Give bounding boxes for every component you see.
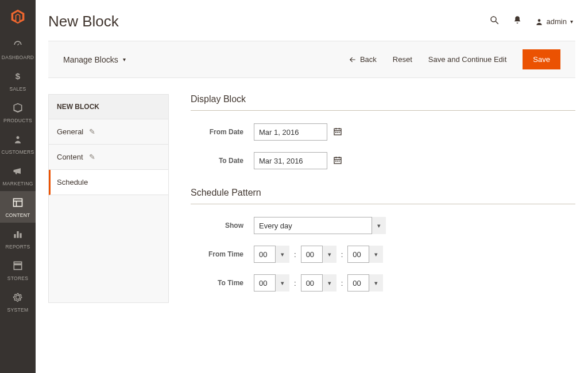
- admin-username: admin: [547, 17, 567, 26]
- svg-point-1: [17, 136, 20, 139]
- calendar-icon[interactable]: [333, 127, 342, 138]
- tab-label: General: [57, 127, 83, 136]
- sidebar-item-sales[interactable]: $ SALES: [0, 65, 36, 96]
- sidebar-item-label: DASHBOARD: [2, 55, 34, 60]
- manage-blocks-dropdown[interactable]: Manage Blocks ▾: [63, 55, 126, 64]
- sidebar-item-reports[interactable]: REPORTS: [0, 223, 36, 254]
- back-button[interactable]: Back: [349, 55, 377, 64]
- svg-point-8: [491, 17, 496, 22]
- tab-label: Schedule: [57, 178, 88, 187]
- admin-sidebar: DASHBOARD $ SALES PRODUCTS CUSTOMERS MAR…: [0, 0, 36, 373]
- gear-icon: [12, 292, 24, 305]
- dollar-icon: $: [12, 71, 24, 84]
- to-time-minute-select[interactable]: 00: [301, 274, 336, 292]
- section-schedule-pattern-title: Schedule Pattern: [191, 188, 575, 204]
- to-date-input[interactable]: [254, 152, 327, 169]
- admin-user-menu[interactable]: admin ▾: [535, 17, 573, 26]
- form-body: Display Block From Date To Date Schedule…: [191, 94, 575, 303]
- sidebar-item-label: MARKETING: [2, 181, 33, 187]
- form-tabs-panel: NEW BLOCK General ✎ Content ✎ Schedule: [48, 94, 169, 303]
- to-time-second-select[interactable]: 00: [347, 274, 383, 292]
- dashboard-icon: [12, 39, 24, 52]
- arrow-left-icon: [349, 56, 357, 64]
- sidebar-item-content[interactable]: CONTENT: [0, 191, 36, 223]
- from-time-minute-select[interactable]: 00: [301, 246, 336, 263]
- pencil-icon: ✎: [89, 127, 95, 136]
- svg-text:$: $: [16, 71, 21, 81]
- manage-blocks-label: Manage Blocks: [63, 55, 118, 64]
- tab-content[interactable]: Content ✎: [49, 145, 168, 170]
- sidebar-item-products[interactable]: PRODUCTS: [0, 96, 36, 128]
- show-select[interactable]: Every day: [254, 217, 386, 234]
- svg-rect-23: [337, 160, 338, 161]
- time-separator: :: [289, 250, 301, 259]
- tab-general[interactable]: General ✎: [49, 119, 168, 145]
- sidebar-item-customers[interactable]: CUSTOMERS: [0, 128, 36, 160]
- svg-rect-22: [335, 160, 336, 161]
- save-continue-label: Save and Continue Edit: [428, 55, 507, 64]
- sidebar-item-label: STORES: [7, 275, 29, 281]
- svg-rect-2: [14, 199, 22, 206]
- tab-label: Content: [57, 153, 83, 161]
- page-title: New Block: [48, 13, 119, 30]
- svg-rect-17: [339, 131, 340, 133]
- svg-line-9: [496, 21, 498, 24]
- layout-icon: [12, 197, 24, 210]
- svg-rect-7: [20, 233, 21, 238]
- from-date-label: From Date: [191, 128, 254, 136]
- from-time-hour-select[interactable]: 00: [254, 246, 289, 263]
- megaphone-icon: [12, 165, 24, 178]
- sidebar-item-marketing[interactable]: MARKETING: [0, 160, 36, 191]
- form-tabs-title: NEW BLOCK: [49, 95, 168, 119]
- svg-rect-24: [339, 160, 340, 161]
- user-icon: [535, 18, 543, 26]
- from-date-input[interactable]: [254, 123, 327, 141]
- from-time-label: From Time: [191, 250, 254, 258]
- calendar-icon[interactable]: [333, 156, 342, 166]
- tab-schedule[interactable]: Schedule: [49, 170, 168, 195]
- time-separator: :: [289, 279, 301, 287]
- sidebar-item-label: PRODUCTS: [3, 118, 32, 123]
- sidebar-item-label: CUSTOMERS: [2, 149, 34, 155]
- sidebar-item-label: SALES: [10, 86, 26, 92]
- box-icon: [12, 102, 24, 115]
- time-separator: :: [336, 279, 348, 287]
- main-content: New Block admin ▾ Manage Blocks ▾ Back: [36, 0, 588, 373]
- svg-rect-11: [334, 129, 341, 135]
- to-time-hour-select[interactable]: 00: [254, 274, 289, 292]
- chevron-down-icon: ▾: [123, 56, 126, 63]
- bell-icon[interactable]: [512, 15, 523, 28]
- to-date-label: To Date: [191, 157, 254, 165]
- person-icon: [12, 134, 24, 147]
- save-continue-button[interactable]: Save and Continue Edit: [428, 55, 507, 64]
- svg-point-10: [537, 19, 540, 22]
- sidebar-item-label: CONTENT: [5, 212, 30, 218]
- reset-label: Reset: [393, 55, 412, 64]
- sidebar-item-stores[interactable]: STORES: [0, 254, 36, 286]
- section-display-block-title: Display Block: [191, 94, 575, 111]
- svg-rect-16: [337, 131, 338, 133]
- svg-rect-6: [17, 231, 18, 238]
- bar-chart-icon: [12, 228, 24, 242]
- pencil-icon: ✎: [89, 153, 95, 161]
- show-label: Show: [191, 222, 254, 230]
- save-button[interactable]: Save: [523, 49, 560, 69]
- reset-button[interactable]: Reset: [393, 55, 412, 64]
- back-label: Back: [360, 55, 377, 64]
- sidebar-item-system[interactable]: SYSTEM: [0, 286, 36, 317]
- chevron-down-icon: ▾: [570, 18, 573, 25]
- svg-rect-15: [335, 131, 336, 133]
- search-icon[interactable]: [489, 15, 500, 28]
- from-time-second-select[interactable]: 00: [347, 246, 383, 263]
- to-time-label: To Time: [191, 279, 254, 287]
- time-separator: :: [336, 250, 348, 259]
- magento-logo[interactable]: [0, 0, 36, 33]
- sidebar-item-dashboard[interactable]: DASHBOARD: [0, 33, 36, 65]
- svg-rect-5: [14, 234, 16, 238]
- sidebar-item-label: REPORTS: [5, 244, 30, 250]
- sidebar-item-label: SYSTEM: [7, 307, 29, 313]
- store-icon: [12, 260, 24, 273]
